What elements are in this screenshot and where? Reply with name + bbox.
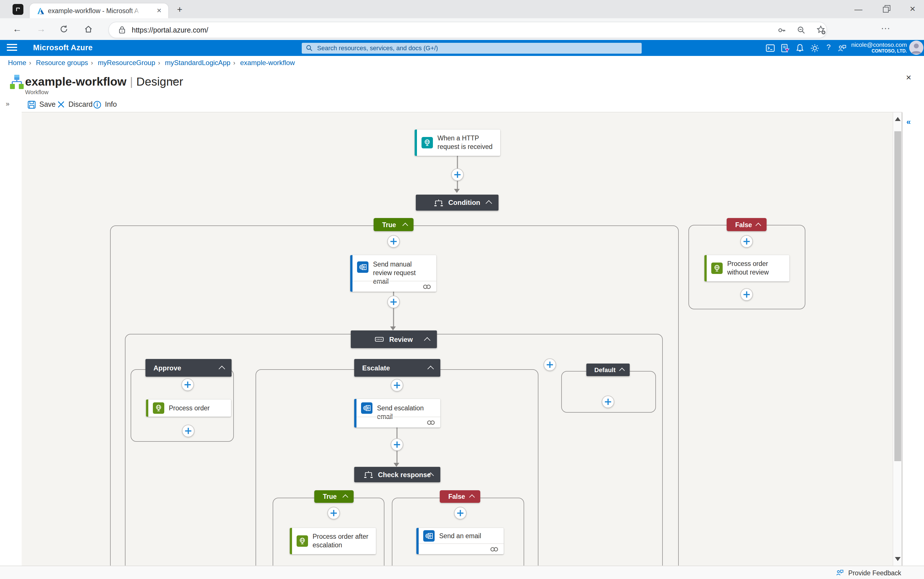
provide-feedback-button[interactable]: Provide Feedback	[836, 568, 901, 577]
breadcrumb-workflow[interactable]: example-workflow	[240, 59, 295, 67]
discard-button[interactable]: Discard	[57, 98, 93, 111]
browser-workspace-icon[interactable]	[13, 4, 23, 15]
app-window: example-workflow - Microsoft A × + — × ←…	[0, 0, 924, 579]
link-icon[interactable]	[423, 283, 431, 290]
address-bar[interactable]	[108, 22, 827, 38]
review-switch-node[interactable]: Review	[351, 330, 437, 348]
http-action-icon	[711, 263, 723, 274]
action-process-order-after-escalation[interactable]: Process order after escalation	[290, 528, 376, 554]
collapse-chevron-icon[interactable]	[342, 494, 348, 500]
scroll-down-icon[interactable]	[895, 557, 901, 561]
insert-step-plus-icon[interactable]	[391, 379, 403, 391]
collapse-chevron-icon[interactable]	[424, 337, 431, 343]
http-action-icon	[297, 535, 308, 547]
cloud-shell-icon[interactable]	[766, 43, 775, 53]
tab-close-icon[interactable]: ×	[154, 5, 164, 15]
workflow-canvas[interactable]: When a HTTP request is received Conditio…	[22, 113, 902, 566]
link-icon[interactable]	[427, 419, 435, 425]
vertical-scrollbar[interactable]	[893, 113, 902, 566]
approve-case-header[interactable]: Approve	[145, 359, 231, 377]
insert-step-plus-icon[interactable]	[387, 296, 400, 308]
false-branch-badge[interactable]: False	[727, 218, 767, 231]
action-process-order-without-review[interactable]: Process order without review	[704, 255, 789, 281]
window-close-icon[interactable]: ×	[903, 2, 922, 16]
action-process-order[interactable]: Process order	[146, 399, 231, 417]
insert-step-plus-icon[interactable]	[454, 507, 466, 519]
trigger-node-http-request[interactable]: When a HTTP request is received	[415, 129, 500, 156]
commandbar-collapse-icon[interactable]: »	[6, 100, 10, 108]
account-info[interactable]: nicole@contoso.com CONTOSO, LTD.	[821, 41, 907, 54]
feedback-icon	[836, 568, 844, 577]
action-send-manual-review-email[interactable]: Send manual review request email	[350, 255, 436, 292]
collapse-chevron-icon[interactable]	[486, 200, 492, 207]
check-true-badge[interactable]: True	[314, 490, 354, 503]
connector-arrow-icon	[454, 189, 460, 193]
page-title-name: example-workflow	[25, 75, 126, 88]
global-search[interactable]	[302, 43, 642, 53]
action-send-an-email[interactable]: Send an email	[416, 528, 504, 554]
home-icon[interactable]	[84, 25, 93, 34]
breadcrumb-resource-groups[interactable]: Resource groups	[36, 59, 88, 67]
check-false-badge[interactable]: False	[440, 490, 480, 503]
insert-step-plus-icon[interactable]	[328, 507, 340, 519]
trigger-accent	[415, 129, 417, 156]
zoom-out-icon[interactable]	[797, 26, 806, 35]
avatar[interactable]	[909, 41, 924, 55]
scroll-up-icon[interactable]	[895, 117, 901, 121]
insert-step-plus-icon[interactable]	[602, 396, 614, 408]
action-accent	[354, 399, 357, 427]
collapse-chevron-icon[interactable]	[219, 366, 225, 372]
panel-collapse-icon[interactable]: «	[906, 117, 911, 126]
default-case-header[interactable]: Default	[586, 363, 630, 376]
url-input[interactable]	[130, 22, 646, 38]
collapse-chevron-icon[interactable]	[469, 494, 475, 500]
save-button[interactable]: Save	[28, 98, 55, 111]
new-tab-icon[interactable]: +	[174, 4, 185, 15]
hamburger-menu-icon[interactable]	[7, 44, 17, 51]
info-button[interactable]: Info	[93, 98, 117, 111]
check-response-node[interactable]: Check response	[354, 467, 440, 482]
true-branch-badge[interactable]: True	[373, 218, 414, 231]
notifications-bell-icon[interactable]	[795, 43, 805, 53]
back-icon[interactable]: ←	[13, 24, 22, 34]
directory-filter-icon[interactable]	[780, 43, 790, 53]
breadcrumb-logic-app[interactable]: myStandardLogicApp	[165, 59, 230, 67]
action-send-escalation-email[interactable]: Send escalation email	[354, 399, 440, 427]
settings-gear-icon[interactable]	[810, 43, 820, 53]
insert-step-plus-icon[interactable]	[182, 425, 194, 437]
breadcrumb-resource-group[interactable]: myResourceGroup	[98, 59, 155, 67]
favorite-star-icon[interactable]	[816, 25, 826, 35]
breadcrumb-home[interactable]: Home	[8, 59, 26, 67]
insert-step-plus-icon[interactable]	[181, 378, 194, 391]
condition-node[interactable]: Condition	[416, 195, 499, 211]
browser-menu-icon[interactable]: …	[881, 21, 891, 32]
collapse-chevron-icon[interactable]	[403, 222, 408, 228]
insert-step-plus-icon[interactable]	[740, 288, 753, 301]
save-icon	[28, 100, 36, 109]
breadcrumb: Home› Resource groups› myResourceGroup› …	[8, 59, 295, 67]
collapse-chevron-icon[interactable]	[755, 222, 761, 228]
insert-step-plus-icon[interactable]	[740, 235, 753, 248]
search-input[interactable]	[316, 44, 615, 52]
browser-tab[interactable]: example-workflow - Microsoft A ×	[30, 3, 168, 18]
action-accent	[290, 528, 292, 554]
azure-brand[interactable]: Microsoft Azure	[33, 43, 93, 52]
forward-icon: →	[36, 24, 46, 34]
blade-close-icon[interactable]: ×	[903, 72, 914, 83]
collapse-chevron-icon[interactable]	[427, 366, 434, 372]
info-label: Info	[105, 100, 117, 108]
insert-step-plus-icon[interactable]	[391, 438, 403, 451]
escalate-case-header[interactable]: Escalate	[354, 359, 440, 377]
password-key-icon[interactable]	[777, 26, 787, 35]
title-more-icon[interactable]: …	[168, 73, 178, 83]
link-icon[interactable]	[490, 546, 499, 552]
scrollbar-thumb[interactable]	[894, 131, 901, 461]
refresh-icon[interactable]	[59, 25, 68, 34]
lock-icon[interactable]	[118, 26, 126, 34]
insert-step-plus-icon[interactable]	[451, 168, 464, 181]
insert-step-plus-icon[interactable]	[387, 235, 400, 248]
add-case-plus-icon[interactable]	[544, 358, 556, 371]
window-restore-icon[interactable]	[876, 2, 894, 16]
collapse-chevron-icon[interactable]	[619, 368, 625, 373]
window-minimize-icon[interactable]: —	[849, 2, 867, 16]
